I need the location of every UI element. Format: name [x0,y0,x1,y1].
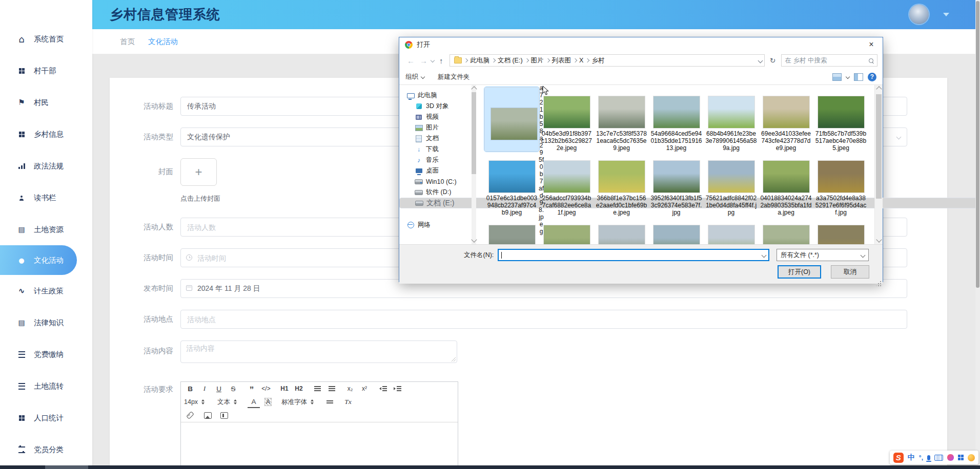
file-item[interactable]: a3a7502fd4e8a3852917e6f6f95d4acf.jpg [813,152,868,216]
file-item[interactable]: 71fb58c7b7df539b517aebc4e70e88b5.jpeg [813,87,868,152]
window-scrollbar[interactable] [975,0,980,469]
path-segment[interactable]: X [577,57,585,64]
sidebar-item-reading[interactable]: 读书栏 [0,182,92,214]
bold-button[interactable]: B [184,383,196,394]
address-dropdown-icon[interactable] [758,58,763,63]
taskbar-button[interactable] [45,465,88,469]
text-color-button[interactable]: A [248,396,260,408]
subscript-button[interactable]: x₂ [344,383,356,394]
tree-item-drive-c[interactable]: Win10 (C:) [399,176,477,187]
file-item[interactable]: 0157e6c31dbe003948cb2237af97c4b9.jpeg [484,152,539,216]
chevron-down-icon[interactable] [943,13,949,16]
scrollbar-thumb[interactable] [472,92,476,174]
highlight-color-button[interactable]: A [262,396,274,408]
tree-item-pictures[interactable]: 图片 [399,122,477,133]
sidebar-item-land-transfer[interactable]: 土地流转 [0,370,92,402]
file-item[interactable]: 366b8f1e37bc156e2aaefd0c1bfe69be.jpeg [594,152,649,216]
bullet-list-button[interactable] [325,383,338,394]
file-item[interactable]: 3952f6340f13fb1f53c926374e583e7f.jpg [649,152,704,216]
file-list-scrollbar[interactable] [874,85,883,244]
tree-item-downloads[interactable]: ↓下载 [399,144,477,155]
tree-item-network[interactable]: 网络 [399,220,477,230]
path-segment[interactable]: 乡村 [589,56,606,65]
taskbar-strip[interactable] [0,465,980,469]
tree-item-3d-objects[interactable]: 3D 对象 [399,101,477,112]
insert-image-button[interactable] [201,410,214,421]
path-segment[interactable]: 此电脑 [468,56,492,65]
address-bar[interactable]: 此电脑 文档 (E:) 图片 列表图 X 乡村 [450,54,764,67]
code-button[interactable]: </> [260,383,272,394]
paragraph-select[interactable]: 文本 [217,398,237,407]
file-type-select[interactable]: 所有文件 (*.*) [777,249,869,261]
tree-item-drive-d[interactable]: 软件 (D:) [399,187,477,198]
file-item[interactable]: 54a96684ced5e9401b35dde175191613.jpeg [649,87,704,152]
link-button[interactable] [184,410,196,421]
sidebar-item-land-resources[interactable]: 土地资源 [0,214,92,245]
scroll-up-icon[interactable] [876,86,882,92]
tree-item-this-pc[interactable]: 此电脑 [399,90,477,101]
file-item[interactable]: 256adccf793934b7caf6882ee6ce8a1f.jpeg [539,152,594,216]
close-button[interactable]: × [860,37,883,52]
scroll-up-icon[interactable] [471,86,477,92]
tree-scrollbar[interactable] [472,85,476,244]
scrollbar-thumb[interactable] [876,94,882,199]
file-item[interactable] [539,216,594,244]
file-item[interactable] [649,216,704,244]
cancel-button[interactable]: 取消 [831,265,869,279]
sidebar-item-legal-knowledge[interactable]: 法律知识 [0,307,92,338]
editor-content-area[interactable] [181,422,458,469]
tree-item-documents[interactable]: 文档 [399,133,477,144]
skin-icon[interactable] [947,454,954,461]
punctuation-indicator[interactable]: °, [919,454,923,461]
sidebar-item-cadres[interactable]: 村干部 [0,55,92,87]
file-item[interactable] [759,216,813,244]
clear-format-button[interactable]: Tx [342,396,354,408]
help-icon[interactable]: ? [868,73,876,81]
scroll-down-icon[interactable] [876,237,882,242]
organize-button[interactable]: 组织 [405,73,424,81]
keyboard-icon[interactable] [934,455,943,461]
view-mode-icon[interactable] [832,73,842,81]
sidebar-item-regulations[interactable]: 政法法规 [0,150,92,182]
toolbox-grid-icon[interactable] [958,455,964,460]
file-item[interactable]: 13c7e7c53f8f53781eaca6c5dc7635e9.jpeg [594,87,649,152]
filename-input[interactable] [498,249,769,261]
font-family-select[interactable]: 标准字体 [281,398,314,407]
sidebar-item-population-stats[interactable]: 人口统计 [0,402,92,434]
refresh-icon[interactable]: ↻ [770,56,776,65]
file-item[interactable] [484,216,539,244]
file-item[interactable] [594,216,649,244]
font-size-select[interactable]: 14px [184,398,205,406]
search-input[interactable]: 在 乡村 中搜索 [781,54,877,67]
path-segment[interactable]: 图片 [529,56,546,65]
file-item[interactable]: 0dd9647adafba721b58a295f0b7afd98.jpeg [484,87,539,152]
scrollbar-thumb[interactable] [976,1,979,288]
superscript-button[interactable]: x² [358,383,371,394]
strikethrough-button[interactable]: S [227,383,239,394]
path-segment[interactable]: 文档 (E:) [496,56,525,65]
underline-button[interactable]: U [213,383,225,394]
tree-item-music[interactable]: ♪音乐 [399,155,477,165]
tree-item-videos[interactable]: 视频 [399,112,477,122]
user-avatar[interactable] [909,5,929,24]
ordered-list-button[interactable] [311,383,323,394]
sidebar-item-home[interactable]: 系统首页 [0,23,92,55]
sidebar-item-cultural-activities[interactable]: 文化活动 [0,245,77,275]
header-user-area[interactable] [909,5,949,24]
forward-icon[interactable]: → [420,56,427,65]
blockquote-button[interactable]: ” [246,381,258,396]
sogou-logo-icon[interactable]: S [893,453,904,463]
file-item[interactable]: 69ee3d41033efee743cfe423778d7de9.jpeg [759,87,813,152]
cover-upload-button[interactable]: + [180,158,217,186]
preview-pane-icon[interactable] [854,73,863,81]
activity-content-textarea[interactable]: 活动内容 [180,340,457,363]
italic-button[interactable]: I [198,383,211,394]
path-segment[interactable]: 列表图 [550,56,574,65]
file-item[interactable] [704,216,759,244]
sidebar-item-party-dues[interactable]: 党费缴纳 [0,338,92,370]
activity-place-input[interactable] [180,310,907,329]
sidebar-item-village-info[interactable]: 乡村信息 [0,118,92,150]
h2-button[interactable]: H2 [293,383,305,394]
view-mode-chevron-icon[interactable] [846,75,850,79]
microphone-icon[interactable] [927,455,930,460]
